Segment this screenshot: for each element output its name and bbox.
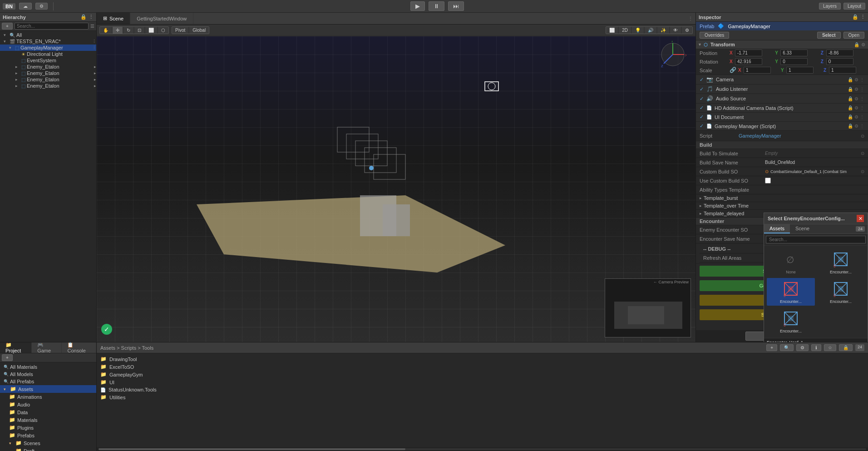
- scrollbar-thumb[interactable]: [99, 448, 405, 450]
- hier-item-enemy2[interactable]: ▸ ⬚ Enemy_Etalon ▸: [0, 70, 96, 76]
- proj-item-prefabs[interactable]: 📁 Prefabs: [0, 431, 96, 439]
- component-camera[interactable]: ✓ 📷 Camera 🔒 ⚙ ⋮: [696, 75, 868, 84]
- proj-item-all-models[interactable]: 🔍 All Models: [0, 371, 96, 378]
- tab-getting-started[interactable]: GettingStartedWindow: [130, 13, 193, 24]
- rotation-z-input[interactable]: [826, 58, 853, 65]
- move-tool[interactable]: ✛: [113, 27, 123, 34]
- rotate-tool[interactable]: ↻: [123, 27, 133, 34]
- materials-folder-icon: 📁: [9, 417, 15, 423]
- hier-item-tests[interactable]: ▾ 🎬 TESTS_EN_VRAC* ⋮: [0, 38, 96, 45]
- folder-gameplay-gym[interactable]: 📁 GameplayGym: [100, 371, 864, 378]
- tab-project[interactable]: 📁 Project: [0, 342, 32, 353]
- 2d-button[interactable]: 2D: [619, 27, 631, 34]
- popup-item-none[interactable]: ∅ None: [767, 248, 815, 276]
- project-add-btn[interactable]: +: [2, 354, 13, 361]
- proj-item-all-prefabs[interactable]: 🔍 All Prefabs: [0, 378, 96, 385]
- pivot-button[interactable]: Pivot: [172, 27, 188, 34]
- step-button[interactable]: ⏭: [448, 1, 464, 11]
- folder-excel-to-so[interactable]: 📁 ExcelToSO: [100, 363, 864, 371]
- script-value[interactable]: GameplayManager: [739, 133, 781, 139]
- position-y-input[interactable]: [780, 50, 808, 56]
- hand-tool[interactable]: ✋: [100, 27, 112, 34]
- folder-drawing-tool[interactable]: 📁 DrawingTool: [100, 355, 864, 363]
- file-status-unknown[interactable]: 📄 StatusUnknown.Tools: [100, 386, 864, 393]
- hier-item-dirlight[interactable]: ☀ Directional Light: [0, 51, 96, 57]
- assets-scrollbar[interactable]: [97, 447, 868, 451]
- layers-button[interactable]: Layers: [819, 3, 841, 10]
- tab-console[interactable]: 📋 Console: [62, 342, 96, 353]
- popup-item-enc3[interactable]: {} Encounter...: [817, 278, 865, 306]
- assets-info-btn[interactable]: ℹ: [811, 344, 821, 351]
- tab-scene[interactable]: ⊞ Scene: [97, 13, 130, 24]
- scene-vis-btn[interactable]: 👁: [670, 27, 681, 34]
- popup-search-input[interactable]: [766, 236, 866, 243]
- popup-item-enc1[interactable]: {} Encounter...: [817, 248, 865, 276]
- assets-add-btn[interactable]: +: [766, 344, 777, 351]
- fx-btn[interactable]: ✨: [657, 27, 669, 34]
- global-button[interactable]: Global: [189, 27, 209, 34]
- assets-star-btn[interactable]: ☆: [824, 344, 836, 351]
- custom-build-so-value[interactable]: ⊙ CombatSimulator_Default_1 (Combat Sim: [765, 169, 847, 174]
- pause-button[interactable]: ⏸: [429, 1, 444, 11]
- gizmo-btn[interactable]: ⚙: [682, 27, 692, 34]
- proj-item-plugins[interactable]: 📁 Plugins: [0, 424, 96, 431]
- rotation-x-input[interactable]: [735, 58, 762, 65]
- proj-item-animations[interactable]: 📁 Animations: [0, 393, 96, 401]
- hier-item-eventsys[interactable]: ⬚ EventSystem: [0, 57, 96, 64]
- popup-tab-scene[interactable]: Scene: [790, 224, 815, 233]
- use-custom-build-so-checkbox[interactable]: [765, 178, 771, 183]
- component-audio-source[interactable]: ✓ 🔊 Audio Source 🔒 ⚙ ⋮: [696, 94, 868, 104]
- proj-item-assets[interactable]: ▾ 📁 Assets: [0, 385, 96, 393]
- proj-item-all-materials[interactable]: 🔍 All Materials: [0, 363, 96, 371]
- scale-z-input[interactable]: [829, 67, 856, 74]
- template-burst-row[interactable]: ▸ Template_burst: [696, 194, 868, 202]
- multi-tool[interactable]: ⬡: [158, 27, 168, 34]
- add-object-button[interactable]: +: [2, 23, 13, 30]
- audio-btn[interactable]: 🔊: [645, 27, 656, 34]
- scale-y-input[interactable]: [786, 67, 814, 74]
- open-button[interactable]: Open: [843, 32, 864, 39]
- lighting-btn[interactable]: 💡: [632, 27, 644, 34]
- render-mode-btn[interactable]: ⬜: [606, 27, 618, 34]
- scale-x-input[interactable]: [744, 67, 771, 74]
- hier-item-all[interactable]: ▾ 🔍 All: [0, 32, 96, 38]
- popup-tab-assets[interactable]: Assets: [764, 224, 790, 233]
- assets-find-btn[interactable]: 🔍: [780, 344, 794, 351]
- component-gameplay-manager[interactable]: ✓ 📄 Gameplay Manager (Script) 🔒 ⚙ ⋮: [696, 122, 868, 131]
- folder-ui[interactable]: 📁 UI: [100, 378, 864, 386]
- scene-viewport[interactable]: X Y Z ← Persp ← Camera Preview: [97, 36, 695, 342]
- hier-item-gameplay[interactable]: ▾ ⬚ GameplayManager ⋮: [0, 45, 96, 51]
- collab-btn[interactable]: ⚙: [35, 3, 48, 10]
- rotation-y-input[interactable]: [780, 58, 808, 65]
- popup-close-button[interactable]: ✕: [857, 215, 864, 222]
- transform-header[interactable]: ▾ ⬡ Transform 🔒 ⚙: [696, 40, 868, 49]
- position-x-input[interactable]: [735, 50, 762, 56]
- proj-item-scenes[interactable]: ▾ 📁 Scenes: [0, 439, 96, 447]
- overrides-button[interactable]: Overrides: [700, 32, 729, 39]
- component-hd-camera[interactable]: ✓ 📄 HD Additional Camera Data (Script) 🔒…: [696, 104, 868, 113]
- rect-tool[interactable]: ⬜: [145, 27, 157, 34]
- proj-item-audio[interactable]: 📁 Audio: [0, 401, 96, 408]
- proj-item-data[interactable]: 📁 Data: [0, 408, 96, 416]
- tab-game[interactable]: 🎮 Game: [32, 342, 62, 353]
- hier-item-enemy1[interactable]: ▸ ⬚ Enemy_Etalon ▸: [0, 64, 96, 70]
- hierarchy-search[interactable]: [15, 23, 89, 30]
- popup-item-enc4[interactable]: {} Encounter...: [767, 307, 815, 335]
- cloud-btn[interactable]: ☁: [19, 3, 32, 10]
- play-button[interactable]: ▶: [410, 1, 425, 11]
- position-z-input[interactable]: [826, 50, 853, 56]
- select-button[interactable]: Select: [817, 32, 840, 39]
- proj-item-draft[interactable]: 📁 Draft: [0, 447, 96, 451]
- assets-lock-btn[interactable]: 🔒: [839, 344, 853, 351]
- hier-item-enemy3[interactable]: ▸ ⬚ Enemy_Etalon ▸: [0, 76, 96, 83]
- scale-tool[interactable]: ⊡: [134, 27, 144, 34]
- popup-item-enc2[interactable]: {} Encounter...: [767, 278, 815, 306]
- hier-item-enemy4[interactable]: ▸ ⬚ Enemy_Etalon ▸: [0, 83, 96, 89]
- template-over-time-row[interactable]: ▸ Template_over Time: [696, 202, 868, 210]
- proj-item-materials[interactable]: 📁 Materials: [0, 416, 96, 424]
- assets-settings-btn[interactable]: ⚙: [796, 344, 809, 351]
- layout-button[interactable]: Layout: [843, 3, 865, 10]
- folder-utilities[interactable]: 📁 Utilities: [100, 393, 864, 401]
- component-ui-doc[interactable]: ✓ 📄 UI Document 🔒 ⚙ ⋮: [696, 113, 868, 122]
- component-audio-listener[interactable]: ✓ 🎵 Audio Listener 🔒 ⚙ ⋮: [696, 84, 868, 94]
